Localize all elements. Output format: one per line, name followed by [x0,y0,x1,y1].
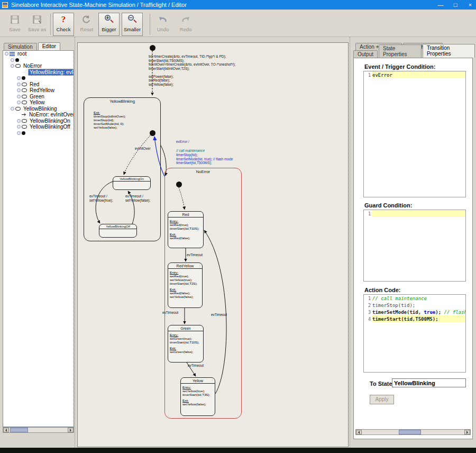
label-blink-right[interactable]: evTimeout / setYellow(false); [125,194,150,202]
expand-knob[interactable] [17,101,21,104]
label-evtimeout-2[interactable]: evTimeout [162,311,178,315]
state-yellowblinking[interactable]: YellowBlinking Exit: timerStop(tidInitOv… [84,97,161,241]
title-bar[interactable]: Sinelabore Interactive State-Machine Sim… [0,0,476,10]
tree-item-yellow[interactable]: Yellow [3,99,74,106]
maximize-button[interactable]: □ [452,2,459,8]
state-green[interactable]: Green Entry: setGreen(true); timerStart(… [168,325,204,363]
reset-button[interactable]: Reset [76,13,97,36]
expand-knob[interactable] [17,119,21,123]
state-icon [15,64,21,68]
tree-item-initial-noerror[interactable] [3,75,74,81]
expand-knob[interactable] [17,125,21,129]
panel-hscrollbar[interactable] [355,429,471,435]
tree-item-yellowblinkingoff[interactable]: YellowBlinkingOff [3,124,74,130]
state-redyellow[interactable]: RedYellow Entry: setRed(true); setYellow… [168,262,203,308]
expand-knob[interactable] [17,83,21,86]
expand-knob[interactable] [11,58,14,62]
scroll-thumb[interactable] [399,430,421,434]
initial-dot-yellowblinking[interactable] [150,130,155,136]
check-button[interactable]: ? Check [53,13,74,36]
state-icon [22,101,27,104]
split-divider-left[interactable] [75,37,77,448]
scroll-right-arrow[interactable] [68,428,74,432]
to-state-input[interactable] [392,378,466,387]
label-everror-comment: // call maintenance [176,149,205,153]
initial-action-code: tid=timerCreate(&rto, evTimeout, TID /*t… [149,55,254,86]
expand-knob[interactable] [17,131,21,135]
guard-editor[interactable]: 1 [363,210,466,282]
label-everror-event[interactable]: evError / [176,140,189,144]
tree-item-yellowblinking[interactable]: YellowBlinking [3,106,74,112]
close-button[interactable]: × [466,2,474,8]
initial-state-icon [15,58,19,62]
tree-item-yellowblinkingon[interactable]: YellowBlinkingOn [3,118,74,124]
scroll-right-arrow[interactable] [464,430,470,434]
editor-line[interactable]: 1 [364,210,465,217]
right-tab-bar: Output State Properties Transition Prope… [353,50,476,58]
tab-output[interactable]: Output [353,50,378,58]
expand-knob[interactable] [11,107,14,111]
editor-line[interactable]: 1 evError [364,71,465,78]
expand-knob[interactable] [17,76,21,80]
tree-item-transition-everror[interactable]: YellowBlinking: evError [3,69,74,76]
editor-line[interactable]: 2 timerStop(tid); [364,302,465,309]
apply-button[interactable]: Apply [370,395,394,404]
expand-knob[interactable] [17,88,21,92]
state-yellowblinkingon[interactable]: YellowBlinkingOn [113,176,151,190]
label-evtimeout-4[interactable]: evTimeout [211,313,227,317]
state-yellow[interactable]: Yellow Entry: setYellow(true); timerStar… [180,377,215,416]
tree-item-green[interactable]: Green [3,94,74,100]
state-icon [22,83,27,86]
label-evtimeout-1[interactable]: evTimeout [187,253,203,257]
editor-line[interactable]: 3 timerSetMode(tid, true); // flash mode [364,309,465,315]
tab-transition-properties[interactable]: Transition Properties [423,44,475,58]
left-tab-bar: Simulation Editor [4,42,61,50]
redo-button[interactable]: Redo [175,13,196,36]
label-evtimeout-3[interactable]: evTimeout [188,364,204,368]
save-as-button[interactable]: Save as [26,13,48,36]
minimize-button[interactable]: — [437,2,444,8]
trigger-label: Event / Trigger Condition: [364,64,435,70]
tree-item-redyellow[interactable]: RedYellow [3,87,74,94]
tree-hscrollbar[interactable] [3,427,74,433]
save-button[interactable]: Save [4,13,25,36]
trigger-editor[interactable]: 1 evError [363,71,466,197]
model-tree: root NoError YellowBlinking: evError Red… [3,50,74,427]
bigger-button[interactable]: + Bigger [98,13,120,36]
scroll-thumb[interactable] [10,428,28,432]
reset-icon [82,13,91,26]
smaller-button[interactable]: − Smaller [122,13,143,36]
tab-state-properties[interactable]: State Properties [379,44,422,58]
scroll-left-arrow[interactable] [3,428,9,432]
expand-knob[interactable] [11,64,14,68]
zoom-in-icon: + [104,13,114,26]
initial-state-dot[interactable] [150,45,155,51]
toolbar-separator [50,14,51,35]
state-red[interactable]: Red Entry: setRed(true); timerStart(tid,… [168,211,204,248]
label-evinitover[interactable]: evInitOver [135,147,151,151]
action-code-label: Action Code: [364,287,400,293]
save-as-icon [32,13,42,26]
initial-dot-noerror[interactable] [176,182,182,187]
tree-item-initial[interactable] [3,57,74,64]
split-divider-right[interactable] [350,37,352,448]
tree-item-final[interactable] [3,130,74,137]
expand-knob[interactable] [17,95,21,98]
tab-editor[interactable]: Editor [38,42,60,50]
undo-button[interactable]: Undo [152,13,173,36]
expand-knob[interactable] [5,52,8,56]
editor-line[interactable]: 1 // call maintenance [364,295,465,302]
diagram-canvas[interactable]: tid=timerCreate(&rto, evTimeout, TID /*t… [77,42,349,447]
state-icon [22,125,27,129]
scroll-left-arrow[interactable] [356,430,362,434]
desktop-strip [0,448,476,453]
tab-simulation[interactable]: Simulation [4,43,37,50]
action-code-editor[interactable]: 1 // call maintenance 2 timerStop(tid); … [363,294,466,373]
tree-item-transition-evinitover[interactable]: NoError: evInitOver [3,112,74,118]
tree-item-root[interactable]: root [3,51,74,57]
transition-arrow-icon [22,112,26,117]
tree-item-red[interactable]: Red [3,81,74,88]
label-blink-left[interactable]: evTimeout / setYellow(true); [89,194,113,202]
editor-line[interactable]: 4 timerStart(tid,T500MS); [364,315,465,322]
state-yellowblinkingoff[interactable]: YellowBlinkingOff [99,224,137,238]
